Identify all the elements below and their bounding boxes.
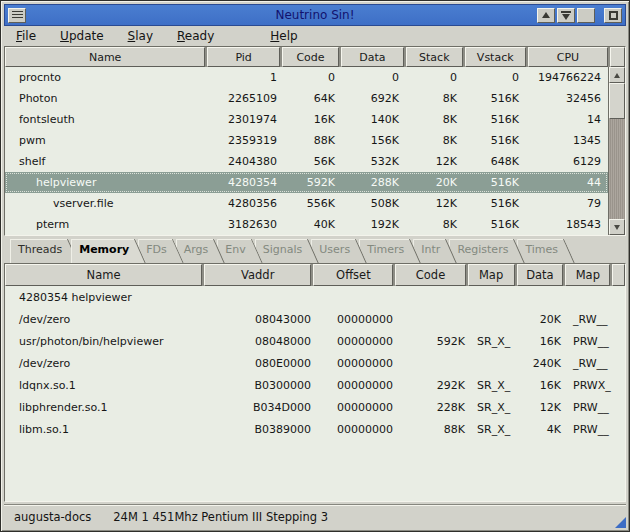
process-row-fontsleuth[interactable]: fontsleuth230197416K140K8K516K14 [5,109,608,130]
menu-ready[interactable]: Ready [177,29,214,43]
window-menu-button[interactable] [8,8,26,23]
cell-offset: 00000000 [317,379,399,392]
column-header-spacer [610,47,625,67]
cell-data: 692K [341,92,405,105]
cell-pid: 2404380 [209,155,283,168]
cell-vstack: 516K [463,218,525,231]
cell-vaddr: 080E0000 [207,357,317,370]
cell-name: shelf [5,155,209,168]
cell-pid: 1 [209,71,283,84]
column-header-data[interactable]: Data [341,47,404,67]
cell-cpu: 14 [525,113,607,126]
cell-vstack: 516K [463,176,525,189]
memory-row[interactable]: libphrender.so.1B034D00000000000228KSR_X… [5,396,625,418]
memory-row[interactable]: /dev/zero080430000000000020K_RW__ [5,308,625,330]
shade-button[interactable] [557,8,575,23]
cell-data: 16K [519,379,567,392]
cell-code: 56K [283,155,341,168]
process-row-helpviewer[interactable]: helpviewer4280354592K288K20K516K44 [5,172,608,193]
cell-cpu: 18543 [525,218,607,231]
tab-threads[interactable]: Threads [10,239,79,263]
memory-table-panel: NameVaddrOffsetCodeMapDataMap 4280354 he… [4,263,626,502]
menu-slay[interactable]: Slay [128,29,153,43]
tab-registers[interactable]: Registers [449,239,525,263]
process-table-body: procnto10000194766224Photon226510964K692… [5,67,625,235]
column-header-name[interactable]: Name [5,47,205,67]
maximize-button[interactable] [577,8,595,23]
shade-icon [561,11,571,20]
app-window: Neutrino Sin! FileUpdateSlayReadyHelp Na… [0,0,630,532]
cell-vstack: 516K [463,134,525,147]
cell-data: 508K [341,197,405,210]
cell-stack: 8K [405,113,463,126]
menu-help[interactable]: Help [270,29,297,43]
cell-cpu: 44 [525,176,607,189]
memory-column-header-code[interactable]: Code [395,264,465,286]
process-row-pterm[interactable]: pterm318263040K192K8K516K18543 [5,214,608,235]
tab-signals[interactable]: Signals [255,239,320,263]
cell-name: procnto [5,71,209,84]
process-row-shelf[interactable]: shelf240438056K532K12K648K6129 [5,151,608,172]
tab-strip: ThreadsMemoryFDsArgsEnvSignalsUsersTimer… [4,236,626,263]
cell-map2: _RW__ [567,313,613,326]
cell-code: 556K [283,197,341,210]
process-row-pwm[interactable]: pwm235931988K156K8K516K1345 [5,130,608,151]
memory-row[interactable]: ldqnx.so.1B030000000000000292KSR_X_16KPR… [5,374,625,396]
resize-grip[interactable] [615,517,626,528]
close-icon [609,11,618,20]
cell-vaddr: B0300000 [207,379,317,392]
collapse-button[interactable] [537,8,555,23]
cell-pid: 2265109 [209,92,283,105]
tab-memory[interactable]: Memory [71,239,146,263]
cell-offset: 00000000 [317,401,399,414]
cell-offset: 00000000 [317,335,399,348]
cell-map2: PRW__ [567,401,613,414]
menu-file[interactable]: File [16,29,36,43]
menu-update[interactable]: Update [60,29,103,43]
scroll-down-icon [614,225,620,230]
cell-map1: SR_X_ [471,379,519,392]
cell-name: helpviewer [5,176,209,189]
memory-row[interactable]: usr/photon/bin/helpviewer080480000000000… [5,330,625,352]
cell-code: 592K [283,176,341,189]
cell-vstack: 516K [463,113,525,126]
column-header-cpu[interactable]: CPU [528,47,609,67]
scroll-up-button[interactable] [609,67,625,83]
cell-map1: SR_X_ [471,401,519,414]
memory-column-header-offset[interactable]: Offset [313,264,393,286]
process-row-Photon[interactable]: Photon226510964K692K8K516K32456 [5,88,608,109]
cell-name: vserver.file [5,197,209,210]
process-scrollbar[interactable] [608,67,625,235]
process-row-procnto[interactable]: procnto10000194766224 [5,67,608,88]
tab-timers[interactable]: Timers [359,239,421,263]
titlebar[interactable]: Neutrino Sin! [4,4,626,26]
memory-column-header-data[interactable]: Data [517,264,564,286]
cell-cpu: 32456 [525,92,607,105]
scroll-up-icon [614,73,620,78]
scroll-track[interactable] [609,119,625,219]
scroll-thumb[interactable] [609,83,625,119]
tab-times[interactable]: Times [517,239,575,263]
maximize-icon [581,11,591,19]
column-header-code[interactable]: Code [282,47,339,67]
memory-row[interactable]: libm.so.1B03890000000000088KSR_X_4KPRW__ [5,418,625,440]
scroll-down-button[interactable] [609,219,625,235]
column-header-pid[interactable]: Pid [207,47,280,67]
cell-cpu: 6129 [525,155,607,168]
process-row-vserver.file[interactable]: vserver.file4280356556K508K12K516K79 [5,193,608,214]
cell-code: 88K [399,423,471,436]
memory-column-header-map-4[interactable]: Map [468,264,515,286]
cell-stack: 20K [405,176,463,189]
memory-column-header-name[interactable]: Name [5,264,202,286]
memory-row[interactable]: /dev/zero080E000000000000240K_RW__ [5,352,625,374]
status-info: 24M 1 451Mhz Pentium III Stepping 3 [113,510,328,524]
cell-data: 12K [519,401,567,414]
tab-users[interactable]: Users [311,239,367,263]
cell-data: 288K [341,176,405,189]
column-header-stack[interactable]: Stack [406,47,463,67]
memory-column-header-vaddr[interactable]: Vaddr [204,264,311,286]
memory-row[interactable]: 4280354 helpviewer [5,286,625,308]
close-button[interactable] [604,8,622,23]
memory-column-header-map-6[interactable]: Map [565,264,610,286]
column-header-vstack[interactable]: Vstack [465,47,526,67]
